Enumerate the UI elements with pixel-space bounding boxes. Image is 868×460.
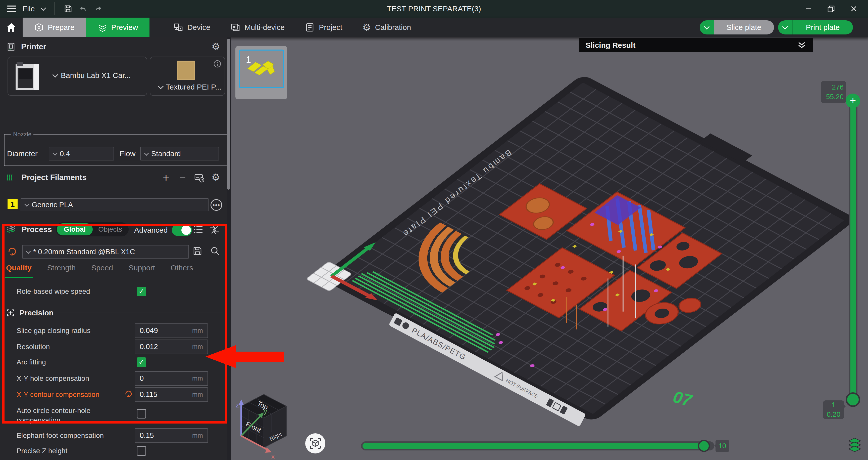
setting-row: Resolution 0.012 mm	[17, 342, 223, 352]
xy-hole-compensation-input[interactable]: 0 mm	[135, 371, 208, 386]
process-header-label: Process	[22, 225, 52, 234]
redo-button[interactable]	[94, 4, 102, 13]
setting-label: Arc fitting	[17, 357, 127, 367]
step-slider-handle[interactable]	[698, 440, 710, 452]
filaments-section-header: Project Filaments	[6, 173, 86, 182]
file-menu[interactable]: File	[23, 4, 35, 13]
plate-thumbnail-card[interactable]: 1	[236, 46, 287, 99]
filament-options-button[interactable]: •••	[211, 199, 222, 211]
printer-section-header: Printer	[6, 42, 46, 52]
process-preset-select[interactable]: * 0.20mm Standard @BBL X1C	[22, 245, 189, 259]
plate-name: Textured PEI P...	[166, 83, 221, 91]
restore-button[interactable]	[827, 4, 835, 13]
slice-plate-button[interactable]: Slice plate	[714, 20, 774, 34]
arc-fitting-checkbox[interactable]	[137, 357, 146, 367]
diameter-chevron-icon	[53, 151, 58, 156]
save-button[interactable]	[64, 4, 72, 13]
search-settings-icon[interactable]	[210, 246, 220, 256]
xy-contour-compensation-input[interactable]: 0.115 mm	[135, 387, 208, 402]
slice-gap-closing-radius-input[interactable]: 0.049 mm	[135, 323, 208, 338]
print-plate-dropdown[interactable]	[778, 20, 793, 34]
home-icon	[6, 22, 17, 33]
tab-support[interactable]: Support	[129, 264, 155, 272]
undo-button[interactable]	[79, 4, 87, 13]
filament-settings-gear-icon[interactable]: ⚙	[212, 173, 220, 182]
navcube-x-axis-label: x	[271, 453, 275, 460]
filament-select[interactable]: Generic PLA	[21, 198, 209, 211]
step-slider-badge: 10	[715, 440, 729, 452]
remove-filament-button[interactable]: −	[179, 172, 186, 184]
slicing-result-panel[interactable]: Slicing Result	[579, 38, 813, 52]
setting-row: Role-based wipe speed	[17, 287, 223, 296]
slice-plate-dropdown[interactable]	[700, 20, 714, 34]
close-button[interactable]	[849, 4, 858, 13]
navigation-cube[interactable]: Top Front Right z y x	[234, 392, 297, 460]
setting-label: Precise Z height	[17, 446, 127, 456]
panel-scrollbar-thumb[interactable]	[227, 39, 230, 190]
plate-thumbnail-selected[interactable]: 1	[239, 50, 284, 88]
tab-preview[interactable]: Preview	[86, 18, 150, 37]
setting-row: Elephant foot compensation 0.15 mm	[17, 431, 223, 440]
layer-current-badge: 1 0.20	[823, 400, 844, 419]
tab-project[interactable]: Project	[295, 18, 352, 37]
tab-calibration[interactable]: ⚙ Calibration	[352, 18, 421, 37]
settings-list-icon[interactable]	[193, 224, 204, 235]
role-based-wipe-speed-checkbox[interactable]	[137, 287, 146, 296]
tab-quality[interactable]: Quality	[6, 264, 32, 272]
printer-select-card[interactable]: Bambu Lab X1 Car...	[7, 57, 147, 96]
plate-select-card[interactable]: Textured PEI P...	[150, 57, 225, 96]
slicing-result-label: Slicing Result	[586, 41, 636, 50]
plate-name-row[interactable]: Textured PEI P...	[159, 83, 221, 91]
viewport-3d[interactable]: PLA/ABS/PETG HOT SURFACE Bambu Textured …	[231, 37, 868, 460]
tab-prepare[interactable]: Prepare	[23, 18, 86, 37]
setting-value: 0.049	[140, 326, 158, 335]
project-icon	[305, 22, 315, 32]
sync-filament-icon[interactable]	[194, 173, 205, 183]
resolution-input[interactable]: 0.012 mm	[135, 340, 208, 354]
tab-speed[interactable]: Speed	[91, 264, 113, 272]
layers-icon[interactable]	[848, 438, 862, 453]
tab-others[interactable]: Others	[170, 264, 193, 272]
plate-image	[174, 60, 197, 81]
elephant-foot-compensation-input[interactable]: 0.15 mm	[135, 428, 208, 443]
scope-global-segment[interactable]: Global	[57, 223, 93, 235]
advanced-toggle[interactable]	[172, 224, 192, 236]
process-section-header: Process	[6, 225, 52, 234]
slice-plate-label: Slice plate	[726, 23, 761, 32]
file-menu-chevron-icon[interactable]	[40, 5, 46, 11]
compare-presets-icon[interactable]	[209, 224, 220, 235]
process-scope-toggle[interactable]: Global Objects	[56, 222, 129, 236]
save-preset-icon[interactable]	[192, 246, 203, 256]
printer-name: Bambu Lab X1 Car...	[61, 71, 131, 80]
reset-preset-icon[interactable]	[7, 247, 17, 257]
layer-slider-top-handle[interactable]: +	[846, 93, 860, 108]
printer-name-row[interactable]: Bambu Lab X1 Car...	[53, 71, 131, 80]
print-plate-button[interactable]: Print plate	[793, 20, 853, 34]
nozzle-legend: Nozzle	[11, 131, 33, 138]
menu-icon[interactable]	[7, 5, 16, 12]
expand-double-chevron-icon[interactable]	[797, 41, 806, 50]
minimize-button[interactable]	[804, 4, 813, 13]
tab-strength[interactable]: Strength	[47, 264, 75, 272]
view-options-button[interactable]	[305, 433, 326, 454]
scope-objects-segment[interactable]: Objects	[93, 223, 128, 235]
plate-info-icon[interactable]	[213, 60, 222, 68]
home-button[interactable]	[0, 18, 23, 37]
auto-circle-contour-hole-checkbox[interactable]	[137, 409, 146, 419]
preset-chevron-icon	[26, 249, 31, 254]
diameter-select[interactable]: 0.4	[49, 147, 114, 161]
add-filament-button[interactable]: +	[163, 172, 169, 184]
flow-select[interactable]: Standard	[140, 147, 219, 161]
panel-scrollbar[interactable]	[227, 37, 230, 460]
printer-icon	[6, 42, 16, 52]
device-icon	[173, 22, 183, 32]
precise-z-height-checkbox[interactable]	[137, 446, 146, 456]
printer-settings-gear-icon[interactable]: ⚙	[212, 42, 220, 51]
setting-label: X-Y hole compensation	[17, 374, 127, 383]
reset-value-icon[interactable]	[124, 389, 133, 398]
plate-chevron-icon	[158, 84, 164, 89]
tab-multi-device[interactable]: Multi-device	[220, 18, 295, 37]
setting-row: Precise Z height	[17, 446, 223, 456]
filament-slot-badge[interactable]: 1	[7, 199, 18, 209]
tab-device[interactable]: Device	[163, 18, 220, 37]
